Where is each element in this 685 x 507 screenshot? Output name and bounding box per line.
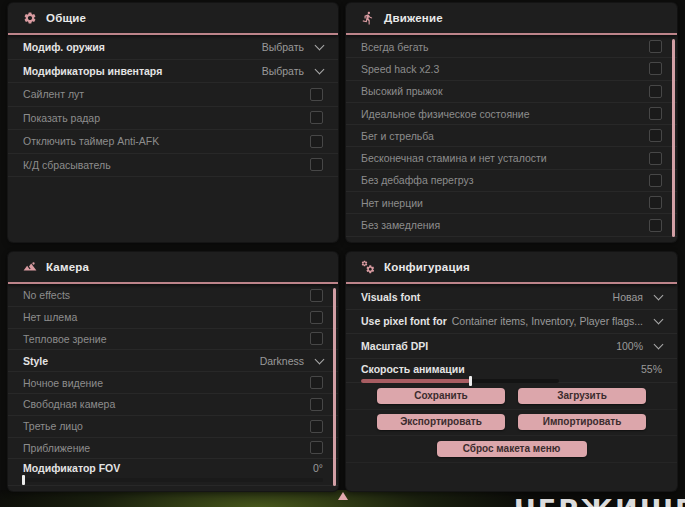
setting-label: Масштаб DPI bbox=[361, 340, 428, 352]
settings-rows: Всегда бегатьSpeed hack x2.3Высокий прыж… bbox=[346, 36, 677, 238]
scrollbar[interactable] bbox=[672, 39, 675, 237]
panel-movement-header: Движение bbox=[346, 3, 677, 35]
checkbox[interactable] bbox=[310, 88, 323, 101]
setting-label: Свободная камера bbox=[23, 398, 115, 410]
toggle-row[interactable]: Идеальное физическое состояние bbox=[346, 103, 677, 125]
panel-title: Движение bbox=[384, 12, 443, 24]
chevron-down-icon bbox=[654, 315, 664, 325]
checkbox[interactable] bbox=[649, 196, 662, 209]
toggle-row[interactable]: Тепловое зрение bbox=[8, 329, 338, 351]
toggle-row[interactable]: Третье лицо bbox=[8, 416, 338, 438]
toggle-row[interactable]: No effects bbox=[8, 285, 338, 307]
dropdown[interactable]: Выбрать bbox=[262, 65, 323, 77]
setting-label: Бег и стрельба bbox=[361, 130, 434, 142]
setting-label: Visuals font bbox=[361, 291, 420, 303]
settings-rows: Модиф. оружияВыбратьМодификаторы инвента… bbox=[8, 36, 338, 238]
toggle-row[interactable]: Высокий прыжок bbox=[346, 81, 677, 103]
checkbox[interactable] bbox=[649, 85, 662, 98]
checkbox[interactable] bbox=[310, 111, 323, 124]
reset-menu-layout-button[interactable]: Сброс макета меню bbox=[437, 441, 587, 457]
checkbox[interactable] bbox=[649, 174, 662, 187]
checkbox[interactable] bbox=[310, 158, 323, 171]
setting-label: Без замедления bbox=[361, 219, 440, 231]
setting-label: Без дебаффа перегруз bbox=[361, 174, 474, 186]
load-button[interactable]: Загрузить bbox=[518, 388, 646, 404]
setting-label: Третье лицо bbox=[23, 420, 83, 432]
dropdown[interactable]: Новая bbox=[613, 291, 662, 303]
slider-value: 0° bbox=[313, 462, 323, 474]
gear-icon bbox=[23, 11, 37, 25]
setting-label: Бесконечная стамина и нет усталости bbox=[361, 152, 547, 164]
setting-label: No effects bbox=[23, 289, 70, 301]
slider-fill bbox=[361, 379, 470, 383]
checkbox[interactable] bbox=[310, 332, 323, 345]
dropdown[interactable]: Выбрать bbox=[262, 41, 323, 53]
toggle-row[interactable]: Без дебаффа перегруз bbox=[346, 170, 677, 192]
setting-label: Тепловое зрение bbox=[23, 333, 107, 345]
button-row: ЭкспортироватьИмпортировать bbox=[346, 410, 677, 437]
toggle-row[interactable]: Сайлент лут bbox=[8, 83, 338, 107]
dropdown[interactable]: Container items, Inventory, Player flags… bbox=[452, 315, 662, 327]
export-button[interactable]: Экспортировать bbox=[377, 414, 505, 430]
checkbox[interactable] bbox=[310, 376, 323, 389]
gears-icon bbox=[361, 260, 375, 274]
setting-label: Отключить таймер Anti-AFK bbox=[23, 135, 159, 147]
checkbox[interactable] bbox=[649, 129, 662, 142]
checkbox[interactable] bbox=[649, 62, 662, 75]
checkbox[interactable] bbox=[649, 152, 662, 165]
toggle-row[interactable]: Нет инерции bbox=[346, 192, 677, 214]
setting-label: Скорость анимации bbox=[361, 363, 465, 375]
toggle-row[interactable]: Нет шлема bbox=[8, 307, 338, 329]
slider-value: 55% bbox=[641, 363, 662, 375]
dropdown-row: Visuals fontНовая bbox=[346, 285, 677, 310]
checkbox[interactable] bbox=[649, 107, 662, 120]
slider-handle[interactable] bbox=[22, 475, 25, 485]
panel-general: Общие Модиф. оружияВыбратьМодификаторы и… bbox=[8, 3, 338, 242]
panel-config-header: Конфигурация bbox=[346, 252, 677, 284]
slider[interactable] bbox=[361, 379, 559, 383]
checkbox[interactable] bbox=[310, 311, 323, 324]
panel-camera: Камера No effectsНет шлемаТепловое зрени… bbox=[8, 252, 338, 491]
setting-label: Модиф. оружия bbox=[23, 41, 105, 53]
checkbox[interactable] bbox=[310, 398, 323, 411]
toggle-row[interactable]: Ночное видение bbox=[8, 372, 338, 394]
dropdown-value: Новая bbox=[613, 291, 643, 303]
setting-label: Идеальное физическое состояние bbox=[361, 108, 530, 120]
save-button[interactable]: Сохранить bbox=[377, 388, 505, 404]
dropdown-row: Масштаб DPI100% bbox=[346, 334, 677, 359]
toggle-row[interactable]: К/Д сбрасыватель bbox=[8, 154, 338, 178]
toggle-row[interactable]: Показать радар bbox=[8, 107, 338, 131]
chevron-down-icon bbox=[315, 354, 325, 364]
dropdown[interactable]: 100% bbox=[616, 340, 662, 352]
dropdown-row: Use pixel font forContainer items, Inven… bbox=[346, 310, 677, 335]
dropdown-value: Darkness bbox=[260, 355, 304, 367]
checkbox[interactable] bbox=[649, 40, 662, 53]
checkbox[interactable] bbox=[310, 135, 323, 148]
toggle-row[interactable]: Свободная камера bbox=[8, 394, 338, 416]
checkbox[interactable] bbox=[310, 420, 323, 433]
toggle-row[interactable]: Отключить таймер Anti-AFK bbox=[8, 130, 338, 154]
checkbox[interactable] bbox=[649, 219, 662, 232]
toggle-row[interactable]: Без замедления bbox=[346, 214, 677, 236]
checkbox[interactable] bbox=[310, 441, 323, 454]
slider[interactable] bbox=[23, 478, 323, 482]
dropdown[interactable]: Darkness bbox=[260, 355, 323, 367]
dropdown-row: Модификаторы инвентаряВыбрать bbox=[8, 60, 338, 84]
setting-label: Use pixel font for bbox=[361, 315, 447, 327]
setting-label: Ночное видение bbox=[23, 377, 103, 389]
dropdown-row: StyleDarkness bbox=[8, 350, 338, 372]
toggle-row[interactable]: Бег и стрельба bbox=[346, 125, 677, 147]
runner-icon bbox=[361, 11, 375, 25]
setting-label: Приближение bbox=[23, 442, 90, 454]
image-icon bbox=[23, 260, 37, 274]
slider-handle[interactable] bbox=[469, 376, 472, 386]
toggle-row[interactable]: Speed hack x2.3 bbox=[346, 58, 677, 80]
checkbox[interactable] bbox=[310, 289, 323, 302]
cursor-triangle-icon bbox=[338, 492, 348, 500]
button-row: СохранитьЗагрузить bbox=[346, 383, 677, 410]
scrollbar[interactable] bbox=[333, 288, 336, 486]
import-button[interactable]: Импортировать bbox=[518, 414, 646, 430]
toggle-row[interactable]: Всегда бегать bbox=[346, 36, 677, 58]
toggle-row[interactable]: Бесконечная стамина и нет усталости bbox=[346, 147, 677, 169]
toggle-row[interactable]: Приближение bbox=[8, 438, 338, 460]
